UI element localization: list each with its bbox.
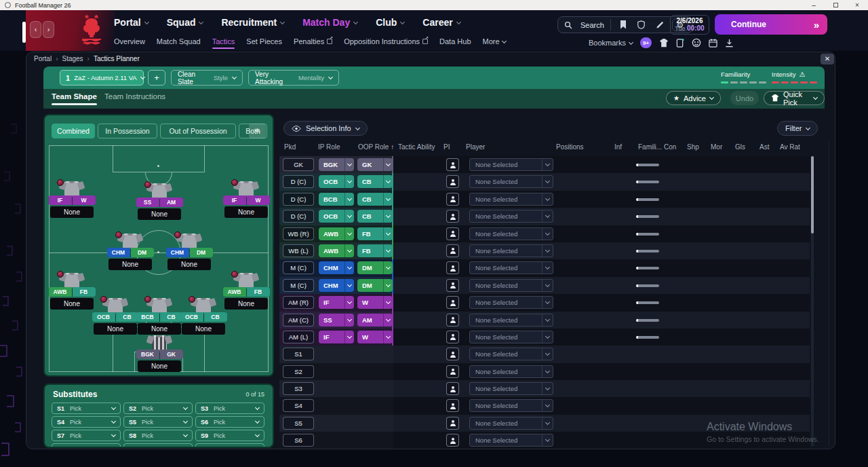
view-in-possession-button[interactable]: In Possession bbox=[98, 124, 157, 138]
profile-card-icon[interactable] bbox=[676, 39, 684, 48]
mentality-dropdown[interactable]: Very Attacking Mentality bbox=[248, 70, 339, 86]
breadcrumb-portal[interactable]: Portal bbox=[34, 55, 52, 62]
pitch-player-mc-right[interactable]: CHMDM None bbox=[159, 234, 220, 270]
sub-slot-s4[interactable]: S4Pick bbox=[52, 416, 121, 428]
col-player[interactable]: Player bbox=[466, 143, 485, 151]
player-instructions-button[interactable] bbox=[446, 175, 459, 188]
ip-role-dropdown[interactable]: CHM bbox=[319, 261, 354, 274]
menu-match-day[interactable]: Match Day bbox=[302, 17, 357, 28]
pitch-player-dc-right[interactable]: OCBCB None bbox=[173, 298, 234, 335]
player-select-dropdown[interactable]: None Selected bbox=[469, 244, 553, 257]
ip-role-dropdown[interactable]: OCB bbox=[319, 210, 354, 223]
search-button[interactable]: Search bbox=[580, 21, 604, 29]
player-instructions-button[interactable] bbox=[446, 365, 459, 378]
bookmarks-dropdown[interactable]: Bookmarks bbox=[589, 39, 633, 47]
sub-slot-s2[interactable]: S2Pick bbox=[123, 403, 193, 414]
pitch-player-am-centre[interactable]: SSAM None bbox=[129, 183, 190, 220]
col-pkd[interactable]: Pkd bbox=[284, 143, 296, 151]
game-date[interactable]: 2/6/2026 Tue 00:00 bbox=[670, 15, 709, 35]
ip-role-dropdown[interactable]: CHM bbox=[319, 279, 354, 292]
player-select-dropdown[interactable]: None Selected bbox=[469, 434, 553, 447]
view-combined-button[interactable]: Combined bbox=[52, 124, 95, 138]
player-select-dropdown[interactable]: None Selected bbox=[469, 227, 553, 240]
player-instructions-button[interactable] bbox=[446, 227, 459, 240]
menu-club[interactable]: Club bbox=[376, 17, 404, 28]
add-tactic-button[interactable]: + bbox=[148, 70, 165, 86]
player-instructions-button[interactable] bbox=[446, 210, 459, 223]
menu-recruitment[interactable]: Recruitment bbox=[221, 17, 284, 28]
selection-info-dropdown[interactable]: Selection Info bbox=[283, 121, 368, 136]
pencil-icon[interactable] bbox=[654, 19, 666, 31]
player-instructions-button[interactable] bbox=[446, 399, 459, 412]
subnav-more[interactable]: More bbox=[483, 37, 506, 45]
col-oop-role[interactable]: OOP Role ↑ bbox=[358, 143, 394, 151]
quick-pick-button[interactable]: Quick Pick bbox=[764, 91, 825, 105]
player-select-dropdown[interactable]: None Selected bbox=[469, 417, 553, 430]
player-instructions-button[interactable] bbox=[446, 279, 459, 292]
shield-icon[interactable] bbox=[635, 19, 648, 31]
col-pi[interactable]: PI bbox=[443, 143, 450, 151]
sub-slot-s1[interactable]: S1Pick bbox=[52, 403, 121, 414]
ip-role-dropdown[interactable]: OCB bbox=[319, 175, 354, 188]
picked-position-button[interactable]: WB (R) bbox=[283, 227, 314, 240]
picked-position-button[interactable]: S5 bbox=[283, 417, 314, 430]
subnav-opposition-instructions[interactable]: Opposition Instructions bbox=[344, 37, 428, 45]
inbox-icon[interactable] bbox=[725, 39, 734, 48]
tab-team-shape[interactable]: Team Shape bbox=[52, 92, 97, 100]
continue-button[interactable]: Continue » bbox=[715, 14, 827, 35]
ip-role-dropdown[interactable]: BGK bbox=[319, 158, 354, 171]
picked-position-button[interactable]: D (C) bbox=[283, 175, 314, 188]
subnav-set-pieces[interactable]: Set Pieces bbox=[246, 37, 282, 45]
pitch-player-am-left[interactable]: IFW None bbox=[43, 181, 102, 218]
advice-button[interactable]: ★ Advice bbox=[666, 91, 721, 105]
notification-badge[interactable]: 9+ bbox=[640, 37, 652, 48]
style-dropdown[interactable]: Clean Slate Style bbox=[171, 70, 243, 86]
col-av-rat[interactable]: Av Rat bbox=[780, 143, 800, 151]
col-ast[interactable]: Ast bbox=[760, 143, 769, 151]
minimize-button[interactable]: – bbox=[804, 0, 823, 10]
player-select-dropdown[interactable]: None Selected bbox=[469, 382, 553, 395]
col-gls[interactable]: Gls bbox=[735, 143, 745, 151]
player-select-dropdown[interactable]: None Selected bbox=[469, 261, 553, 274]
player-instructions-button[interactable] bbox=[446, 244, 459, 257]
pitch-player-gk[interactable]: BGKGK None bbox=[129, 335, 190, 372]
picked-position-button[interactable]: D (C) bbox=[283, 193, 314, 206]
oop-role-dropdown[interactable]: DM bbox=[357, 261, 393, 274]
ip-role-dropdown[interactable]: AWB bbox=[319, 227, 354, 240]
player-instructions-button[interactable] bbox=[446, 348, 459, 360]
player-select-dropdown[interactable]: None Selected bbox=[469, 193, 553, 206]
scrollbar-thumb[interactable] bbox=[811, 156, 814, 234]
back-button[interactable]: ‹ bbox=[30, 21, 41, 38]
ip-role-dropdown[interactable]: BCB bbox=[319, 193, 354, 206]
player-instructions-button[interactable] bbox=[446, 296, 459, 309]
picked-position-button[interactable]: D (C) bbox=[283, 210, 314, 223]
subnav-match-squad[interactable]: Match Squad bbox=[157, 37, 201, 45]
col-mor[interactable]: Mor bbox=[711, 143, 722, 151]
filter-dropdown[interactable]: Filter bbox=[777, 121, 818, 136]
club-crest-logo[interactable] bbox=[77, 12, 106, 49]
player-select-dropdown[interactable]: None Selected bbox=[469, 279, 553, 292]
menu-career[interactable]: Career bbox=[422, 17, 460, 28]
player-instructions-button[interactable] bbox=[446, 434, 459, 447]
col-tactic-ability[interactable]: Tactic Ability bbox=[398, 143, 435, 151]
player-select-dropdown[interactable]: None Selected bbox=[469, 314, 553, 326]
sub-slot-s3[interactable]: S3Pick bbox=[195, 403, 264, 414]
ip-role-dropdown[interactable]: SS bbox=[319, 314, 354, 326]
player-instructions-button[interactable] bbox=[446, 331, 459, 343]
player-select-dropdown[interactable]: None Selected bbox=[469, 365, 553, 378]
col-shp[interactable]: Shp bbox=[687, 143, 699, 151]
picked-position-button[interactable]: GK bbox=[283, 158, 314, 171]
sub-slot-s7[interactable]: S7Pick bbox=[52, 430, 121, 441]
picked-position-button[interactable]: M (C) bbox=[283, 261, 314, 274]
sub-slot-cutoff[interactable] bbox=[123, 443, 193, 448]
tactic-select-dropdown[interactable]: 1 ZaZ - Autumn 2.11 VA bbox=[60, 70, 144, 86]
picked-position-button[interactable]: AM (C) bbox=[283, 314, 314, 326]
social-icon[interactable] bbox=[692, 38, 701, 48]
player-select-dropdown[interactable]: None Selected bbox=[469, 210, 553, 223]
oop-role-dropdown[interactable]: W bbox=[357, 331, 393, 343]
undo-button[interactable]: Undo bbox=[730, 91, 759, 105]
oop-role-dropdown[interactable]: CB bbox=[357, 193, 393, 206]
subnav-data-hub[interactable]: Data Hub bbox=[439, 37, 471, 45]
breadcrumb-stages[interactable]: Stages bbox=[62, 55, 83, 62]
calendar-icon[interactable] bbox=[709, 39, 717, 48]
